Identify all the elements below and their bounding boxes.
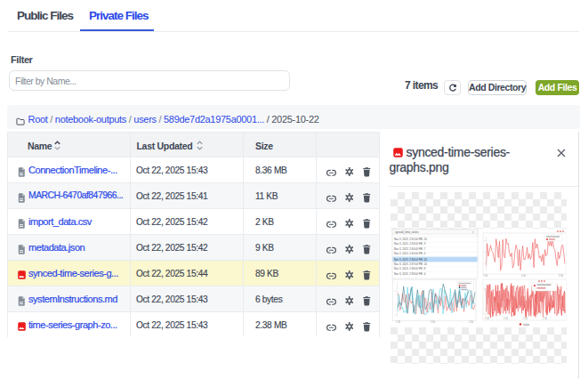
svg-text:1:30: 1:30 — [485, 317, 490, 320]
svg-text:2:30: 2:30 — [469, 320, 474, 324]
svg-text:Nov 3, 2023, 2:36:00 PM -10: Nov 3, 2023, 2:36:00 PM -10 — [394, 258, 427, 262]
svg-text:2:00: 2:00 — [521, 274, 527, 278]
svg-text:Nov 3, 2023, 2:39:00 PM -4: Nov 3, 2023, 2:39:00 PM -4 — [394, 272, 426, 276]
svg-text:1:30: 1:30 — [396, 320, 401, 324]
svg-text:1:50: 1:50 — [503, 317, 509, 320]
svg-text:2:00: 2:00 — [431, 320, 436, 324]
svg-text:2:30: 2:30 — [543, 317, 548, 320]
svg-text:Nov 3, 2023, 2:32:00 PM -10: Nov 3, 2023, 2:32:00 PM -10 — [394, 238, 427, 241]
svg-text:Nov 3, 2023, 2:37:00 PM -10: Nov 3, 2023, 2:37:00 PM -10 — [394, 262, 427, 266]
svg-text:2:30: 2:30 — [559, 274, 564, 278]
svg-text:Nov 3, 2023, 2:34:00 PM -7: Nov 3, 2023, 2:34:00 PM -7 — [394, 247, 426, 251]
svg-text:synced_time_series: synced_time_series — [395, 230, 419, 234]
svg-text:1:30: 1:30 — [483, 274, 488, 278]
svg-text:value: value — [523, 323, 530, 327]
svg-text:Nov 3, 2023, 2:33:00 PM -9: Nov 3, 2023, 2:33:00 PM -9 — [394, 242, 426, 246]
svg-text:Nov 3, 2023, 2:38:00 PM -8: Nov 3, 2023, 2:38:00 PM -8 — [394, 267, 426, 270]
svg-text:2:10: 2:10 — [523, 317, 528, 320]
svg-text:Nov 3, 2023, 2:35:00 PM -3: Nov 3, 2023, 2:35:00 PM -3 — [394, 252, 426, 255]
